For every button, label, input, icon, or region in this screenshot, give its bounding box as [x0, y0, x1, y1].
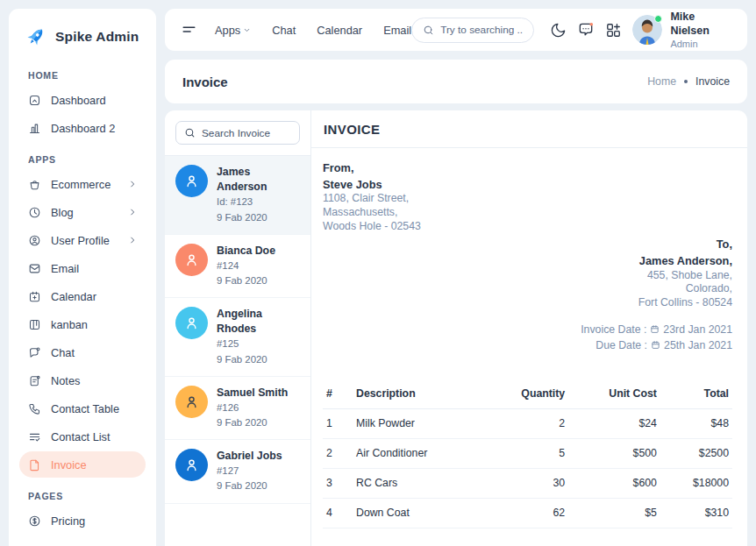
sidebar-item-label: Calendar: [51, 290, 96, 303]
invoice-detail-pane: INVOICE From, Steve Jobs 1108, Clair Str…: [311, 110, 747, 546]
invoice-id: Id: #123: [217, 195, 300, 209]
invoice-date: 9 Fab 2020: [217, 352, 300, 367]
rocket-logo-icon: [25, 25, 47, 48]
sidebar-item-label: Invoice: [51, 458, 87, 472]
dark-mode-moon-icon[interactable]: [545, 16, 572, 44]
table-row: 3 RC Cars 30 $600 $18000: [323, 468, 732, 498]
sidebar-item-dashboard2[interactable]: Dashboard 2: [19, 115, 146, 141]
top-header: Apps Chat Calendar Email Mike Nielsen Ad…: [165, 9, 747, 51]
sidebar-item-label: Contact List: [51, 430, 111, 443]
invoice-customer-name: James Anderson: [217, 165, 300, 195]
invoice-id: #124: [217, 259, 275, 273]
mail-icon: [28, 262, 41, 275]
user-profile-menu[interactable]: Mike Nielsen Admin: [632, 11, 735, 48]
invoice-customer-name: Angelina Rhodes: [217, 307, 300, 337]
col-unit-cost: Unit Cost: [568, 381, 660, 409]
invoice-list-item[interactable]: Bianca Doe #124 9 Fab 2020: [165, 235, 310, 298]
due-date-row: Due Date : 25th Jan 2021: [323, 339, 732, 351]
search-icon: [184, 127, 196, 138]
table-row: 1 Milk Powder 2 $24 $48: [323, 408, 732, 438]
calendar-icon: [28, 290, 41, 303]
invoice-date: 9 Fab 2020: [217, 210, 300, 225]
sidebar-item-dashboard[interactable]: Dashboard: [19, 87, 146, 113]
apps-grid-icon[interactable]: [600, 16, 627, 44]
sidebar-item-notes[interactable]: Notes: [19, 367, 146, 394]
sidebar-item-contact-table[interactable]: Contact Table: [19, 395, 146, 422]
to-name: James Anderson,: [323, 254, 732, 269]
sidebar-item-label: Ecommerce: [51, 178, 111, 191]
sidebar-item-label: Notes: [51, 374, 80, 387]
invoice-search-input[interactable]: [202, 127, 291, 139]
sidebar-item-contact-list[interactable]: Contact List: [19, 423, 146, 450]
invoice-list-item[interactable]: Angelina Rhodes #125 9 Fab 2020: [165, 298, 310, 377]
nav-email[interactable]: Email: [383, 24, 411, 37]
person-avatar-icon: [175, 307, 208, 339]
invoice-dates: Invoice Date : 23rd Jan 2021 Due Date : …: [323, 323, 732, 351]
kanban-icon: [28, 318, 41, 331]
sidebar-item-label: Email: [51, 262, 79, 275]
chevron-right-icon: [128, 236, 137, 245]
table-row: 4 Down Coat 62 $5 $310: [323, 498, 732, 528]
calendar-icon: [650, 324, 660, 334]
col-number: #: [323, 381, 353, 409]
sidebar-item-kanban[interactable]: kanban: [19, 311, 146, 337]
brand-name: Spike Admin: [55, 29, 139, 45]
nav-chat[interactable]: Chat: [272, 24, 296, 37]
invoice-list-item[interactable]: Samuel Smith #126 9 Fab 2020: [165, 377, 310, 440]
invoice-items-table: # Description Quantity Unit Cost Total 1…: [323, 381, 732, 528]
invoice-id: #125: [217, 337, 300, 351]
invoice-id: #126: [217, 401, 288, 415]
top-nav: Apps Chat Calendar Email: [215, 24, 411, 37]
sidebar-item-label: Contact Table: [51, 402, 119, 415]
breadcrumb-home-link[interactable]: Home: [647, 75, 676, 88]
col-description: Description: [353, 381, 483, 409]
messages-icon[interactable]: [573, 16, 600, 44]
person-avatar-icon: [175, 386, 208, 418]
nav-calendar-label: Calendar: [317, 24, 362, 37]
invoice-date: 9 Fab 2020: [217, 273, 275, 288]
invoice-app-card: James Anderson Id: #123 9 Fab 2020 Bianc…: [165, 110, 747, 546]
brand-logo[interactable]: Spike Admin: [9, 9, 156, 59]
sidebar: Spike Admin HOME Dashboard Dashboard 2 A…: [9, 9, 156, 546]
sidebar-item-pricing[interactable]: Pricing: [19, 507, 146, 534]
menu-toggle-icon[interactable]: [181, 22, 197, 39]
chevron-right-icon: [128, 208, 137, 216]
sidebar-item-chat[interactable]: Chat: [19, 339, 146, 365]
sidebar-item-ecommerce[interactable]: Ecommerce: [19, 171, 146, 197]
sidebar-item-user-profile[interactable]: User Profile: [19, 227, 146, 253]
col-total: Total: [660, 381, 732, 409]
invoice-list-item[interactable]: Gabriel Jobs #127 9 Fab 2020: [165, 440, 310, 503]
sidebar-item-label: kanban: [51, 318, 88, 331]
sidebar-item-invoice[interactable]: Invoice: [19, 451, 146, 478]
sidebar-item-calendar[interactable]: Calendar: [19, 283, 146, 309]
nav-calendar[interactable]: Calendar: [317, 24, 362, 37]
note-icon: [28, 374, 41, 387]
table-row: 2 Air Conditioner 5 $500 $2500: [323, 438, 732, 468]
search-icon: [423, 25, 434, 36]
invoice-to-address: To, James Anderson, 455, Shobe Lane, Col…: [323, 238, 732, 309]
sidebar-item-email[interactable]: Email: [19, 255, 146, 281]
user-role: Admin: [670, 39, 735, 49]
sidebar-item-blog[interactable]: Blog: [19, 199, 146, 225]
invoice-heading: INVOICE: [324, 122, 731, 137]
global-search[interactable]: [411, 18, 534, 43]
clock-icon: [28, 206, 41, 219]
invoice-search[interactable]: [175, 121, 300, 145]
sidebar-item-label: Dashboard 2: [51, 122, 115, 135]
invoice-date: 9 Fab 2020: [217, 415, 288, 430]
chat-bubble-icon: [28, 346, 41, 359]
nav-apps[interactable]: Apps: [215, 24, 251, 37]
invoice-date: 9 Fab 2020: [217, 479, 282, 493]
bar-chart-icon: [28, 122, 41, 135]
phone-icon: [28, 402, 41, 415]
basket-icon: [28, 178, 41, 191]
invoice-list-item[interactable]: James Anderson Id: #123 9 Fab 2020: [165, 156, 310, 235]
global-search-input[interactable]: [440, 24, 523, 36]
chevron-right-icon: [128, 180, 137, 188]
person-avatar-icon: [175, 244, 208, 276]
sidebar-section-apps: APPS: [9, 143, 156, 169]
person-avatar-icon: [175, 165, 208, 197]
page-title: Invoice: [182, 74, 228, 89]
dollar-circle-icon: [28, 514, 41, 528]
sidebar-item-label: Dashboard: [51, 94, 106, 107]
